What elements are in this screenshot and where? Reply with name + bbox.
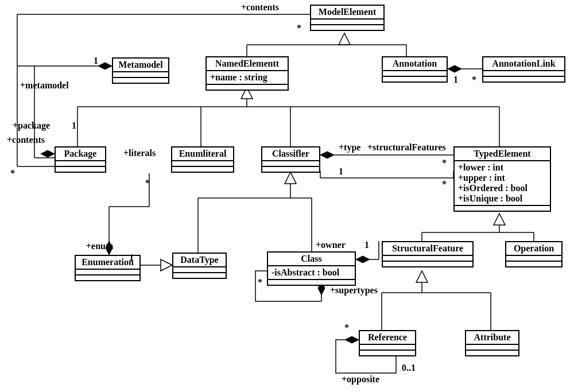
class-name: Class — [268, 253, 355, 266]
label-metamodel-role: +metamodel — [20, 80, 69, 91]
label-star: * — [472, 75, 476, 85]
label-sf-role: +structuralFeatures — [367, 142, 446, 153]
class-classifier: Classifler — [261, 146, 320, 173]
label-owner-role: +owner — [316, 240, 346, 250]
label-opposite: +opposite — [342, 374, 379, 385]
class-name: Package — [56, 148, 105, 161]
class-operation: Operation — [505, 241, 563, 267]
class-name: ModelElement — [311, 6, 383, 20]
label-star: * — [442, 179, 447, 189]
svg-marker-30 — [161, 259, 172, 271]
class-attrs: +name : string — [207, 71, 288, 85]
class-class: Class -isAbstract : bool — [267, 251, 356, 286]
class-metamodel: Metamodel — [112, 57, 169, 84]
label-star: * — [145, 178, 150, 188]
class-name: Operation — [506, 242, 561, 256]
class-structuralfeature: StructuralFeature — [382, 241, 474, 267]
label-zeroone: 0..1 — [402, 363, 416, 373]
class-name: StructuralFeature — [383, 242, 472, 256]
label-star: * — [442, 158, 447, 168]
label-contents-top: +contents — [241, 2, 279, 13]
label-star: * — [297, 23, 301, 33]
label-type-role: +type — [339, 142, 360, 153]
class-attrs: +lower : int +upper : int +isOrdered : b… — [455, 161, 550, 206]
label-star: * — [258, 277, 262, 288]
class-annotation: Annotation — [382, 56, 448, 83]
label-one: 1 — [364, 240, 369, 250]
class-attribute: Attribute — [465, 330, 519, 356]
label-one: 1 — [129, 253, 134, 263]
label-one: 1 — [72, 121, 76, 131]
class-name: Metamodel — [113, 59, 168, 72]
class-annotationlink: AnnotationLink — [482, 56, 565, 83]
class-name: Classifler — [262, 148, 319, 161]
svg-marker-20 — [320, 152, 334, 158]
class-package: Package — [55, 146, 106, 173]
svg-marker-50 — [345, 336, 359, 343]
label-star: * — [10, 168, 15, 178]
svg-marker-45 — [416, 271, 428, 282]
class-namedelement: NamedElementt +name : string — [205, 56, 289, 91]
label-supertypes: +supertypes — [330, 285, 378, 296]
label-enum-role: +enum — [86, 241, 113, 251]
class-name: AnnotationLink — [483, 57, 564, 71]
class-reference: Reference — [359, 330, 416, 356]
label-one: 1 — [94, 56, 98, 66]
class-name: DataType — [173, 254, 226, 267]
label-contents-left: +contents — [7, 135, 45, 145]
label-one: 1 — [339, 166, 343, 177]
class-enumliteral: Enumliteral — [171, 146, 234, 173]
label-star: * — [344, 323, 349, 333]
class-name: Reference — [360, 331, 415, 345]
class-name: NamedElementt — [207, 57, 288, 71]
svg-marker-37 — [356, 256, 370, 263]
class-name: Attribute — [466, 331, 518, 345]
svg-marker-0 — [339, 33, 350, 45]
class-name: Enumliteral — [172, 148, 233, 161]
svg-marker-17 — [41, 150, 55, 157]
svg-marker-14 — [98, 63, 112, 69]
class-datatype: DataType — [172, 253, 227, 279]
label-package-role: +package — [13, 121, 50, 131]
svg-marker-40 — [494, 214, 505, 225]
svg-marker-13 — [448, 65, 461, 72]
class-typedelement: TypedElement +lower : int +upper : int +… — [453, 146, 551, 212]
class-modelelement: ModelElement — [310, 5, 385, 31]
class-name: Annotation — [383, 57, 447, 71]
label-one: 1 — [453, 75, 458, 85]
label-literals: +literals — [123, 148, 156, 158]
class-attrs: -isAbstract : bool — [268, 266, 355, 280]
uml-canvas: ModelElement Metamodel NamedElementt +na… — [0, 0, 574, 392]
class-name: TypedElement — [455, 148, 550, 161]
svg-marker-25 — [285, 172, 296, 184]
